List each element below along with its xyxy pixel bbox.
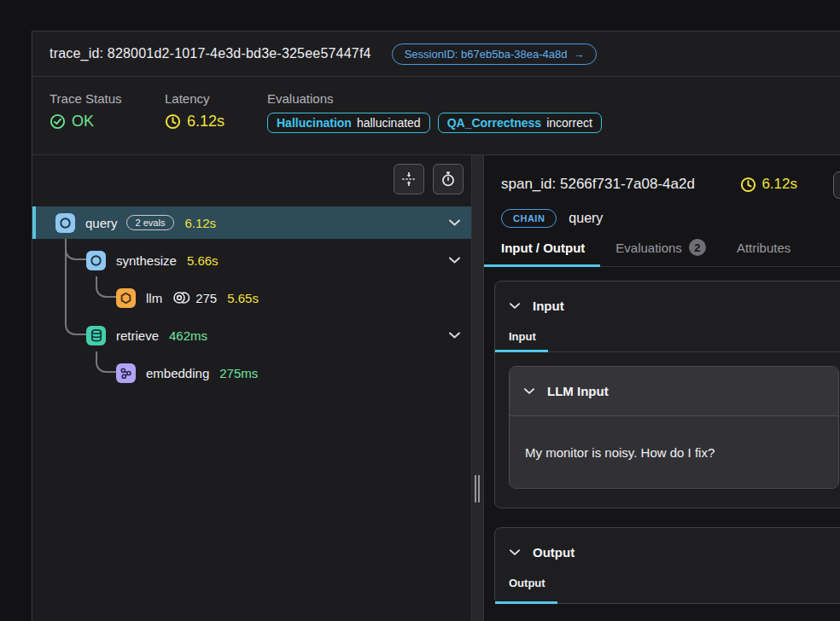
input-section-header[interactable]: Input <box>495 281 840 330</box>
timing-toggle-button[interactable] <box>433 164 464 194</box>
trace-id-text: trace_id: 828001d2-1017-4e3d-bd3e-325ee5… <box>50 46 371 61</box>
chevron-down-icon[interactable] <box>448 332 461 340</box>
output-section-card: Output Output <box>494 527 840 604</box>
token-icon <box>172 291 191 305</box>
tree-row-query[interactable]: query 2 evals 6.12s <box>32 206 471 239</box>
input-section-title: Input <box>533 299 564 313</box>
span-duration: 462ms <box>169 328 207 343</box>
trace-status-bar: Trace Status OK Latency <box>32 77 840 155</box>
span-name: synthesize <box>116 253 177 268</box>
clock-icon <box>740 177 756 193</box>
latency-value: 6.12s <box>165 113 267 131</box>
span-content-scroll[interactable]: Input Input LLM Input <box>484 267 840 621</box>
evals-count-badge[interactable]: 2 evals <box>126 215 175 230</box>
input-section-body: LLM Input My monitor is noisy. How do I … <box>495 352 840 508</box>
span-header: span_id: 5266f731-7a08-4a2d 6.12s <box>484 155 840 193</box>
span-duration: 6.12s <box>740 176 797 193</box>
llm-input-title: LLM Input <box>547 384 609 398</box>
latency-text: 6.12s <box>187 113 225 131</box>
eval-name: Hallucination <box>277 116 352 130</box>
stopwatch-icon <box>440 171 456 187</box>
span-tabs: Input / Output Evaluations 2 Attributes <box>484 239 840 267</box>
selected-row-accent <box>32 206 36 239</box>
drag-grip-icon <box>475 475 480 502</box>
retriever-span-icon <box>86 326 106 345</box>
tree-toolbar <box>32 155 471 202</box>
span-name: embedding <box>146 366 209 380</box>
evaluation-badges: Hallucination hallucinated QA_Correctnes… <box>267 113 602 133</box>
chain-span-icon <box>86 251 106 270</box>
tree-row-llm[interactable]: llm 275 5.65s <box>32 281 471 314</box>
tree-row-synthesize[interactable]: synthesize 5.66s <box>32 244 471 276</box>
chevron-down-icon <box>523 387 535 395</box>
tab-attributes[interactable]: Attributes <box>721 239 806 266</box>
llm-input-card: LLM Input My monitor is noisy. How do I … <box>509 366 839 489</box>
trace-status-column: Trace Status OK <box>50 91 165 154</box>
tree-row-embedding[interactable]: embedding 275ms <box>32 357 471 389</box>
llm-input-text: My monitor is noisy. How do I fix? <box>510 415 838 488</box>
collapse-vertical-icon <box>401 171 417 187</box>
tab-label: Attributes <box>737 241 790 255</box>
evaluations-column: Evaluations Hallucination hallucinated Q… <box>267 91 602 154</box>
check-circle-icon <box>50 113 66 130</box>
arrow-right-icon: → <box>573 48 584 61</box>
span-name: query <box>85 216 118 230</box>
trace-header-bar: trace_id: 828001d2-1017-4e3d-bd3e-325ee5… <box>32 32 840 77</box>
tab-label: Input / Output <box>501 241 585 255</box>
tab-evaluations[interactable]: Evaluations 2 <box>600 239 721 266</box>
chevron-down-icon[interactable] <box>448 219 461 227</box>
token-count-value: 275 <box>195 291 217 305</box>
more-actions-button[interactable] <box>833 171 840 199</box>
chevron-down-icon <box>509 548 521 556</box>
main-split: query 2 evals 6.12s synthesize 5.66s <box>32 155 840 621</box>
subtab-input[interactable]: Input <box>495 330 548 351</box>
collapse-all-button[interactable] <box>394 164 424 194</box>
span-name: retrieve <box>116 328 159 343</box>
qa-correctness-eval-badge[interactable]: QA_Correctness incorrect <box>438 113 602 133</box>
span-kind-badge[interactable]: CHAIN <box>501 209 557 228</box>
evaluations-count-badge: 2 <box>689 239 706 256</box>
trace-status-text: OK <box>72 113 94 131</box>
llm-input-header[interactable]: LLM Input <box>510 367 838 415</box>
tab-label: Evaluations <box>615 241 682 255</box>
span-duration: 5.66s <box>187 253 219 268</box>
llm-span-icon <box>116 288 136 308</box>
session-id-label: SessionID: b67eb5ba-38ea-4a8d <box>405 48 568 61</box>
span-tree: query 2 evals 6.12s synthesize 5.66s <box>32 202 471 394</box>
chevron-down-icon <box>509 302 521 310</box>
trace-status-value: OK <box>50 113 165 131</box>
hallucination-eval-badge[interactable]: Hallucination hallucinated <box>267 113 430 133</box>
trace-details-window: trace_id: 828001d2-1017-4e3d-bd3e-325ee5… <box>32 31 840 621</box>
chain-span-icon <box>55 213 75 233</box>
eval-value: incorrect <box>546 116 592 130</box>
output-section-header[interactable]: Output <box>495 528 840 577</box>
tab-input-output[interactable]: Input / Output <box>484 239 600 266</box>
span-duration: 6.12s <box>184 216 216 230</box>
output-subtabs: Output <box>495 577 840 603</box>
span-name: llm <box>146 291 162 305</box>
subtab-output[interactable]: Output <box>495 577 557 603</box>
chevron-down-icon[interactable] <box>448 257 461 264</box>
eval-name: QA_Correctness <box>447 116 542 130</box>
evaluations-label: Evaluations <box>267 91 602 106</box>
token-count: 275 <box>172 291 217 305</box>
span-details-panel: span_id: 5266f731-7a08-4a2d 6.12s CHAIN … <box>484 155 840 621</box>
embedding-span-icon <box>116 363 136 383</box>
input-section-card: Input Input LLM Input <box>494 281 840 508</box>
span-duration: 5.65s <box>227 291 259 305</box>
span-name-text: query <box>569 211 603 226</box>
clock-icon <box>165 113 181 130</box>
span-duration: 275ms <box>219 366 258 380</box>
trace-status-label: Trace Status <box>50 91 165 106</box>
panel-resize-handle[interactable] <box>472 155 484 621</box>
input-subtabs: Input <box>495 330 840 352</box>
session-id-button[interactable]: SessionID: b67eb5ba-38ea-4a8d → <box>392 44 598 65</box>
span-kind-row: CHAIN query <box>484 193 840 228</box>
span-id-text: span_id: 5266f731-7a08-4a2d <box>501 176 695 193</box>
span-duration-text: 6.12s <box>761 176 797 193</box>
span-tree-panel: query 2 evals 6.12s synthesize 5.66s <box>32 155 472 621</box>
tree-row-retrieve[interactable]: retrieve 462ms <box>32 319 471 351</box>
latency-column: Latency 6.12s <box>165 91 267 154</box>
latency-label: Latency <box>165 91 267 106</box>
eval-value: hallucinated <box>357 116 421 130</box>
